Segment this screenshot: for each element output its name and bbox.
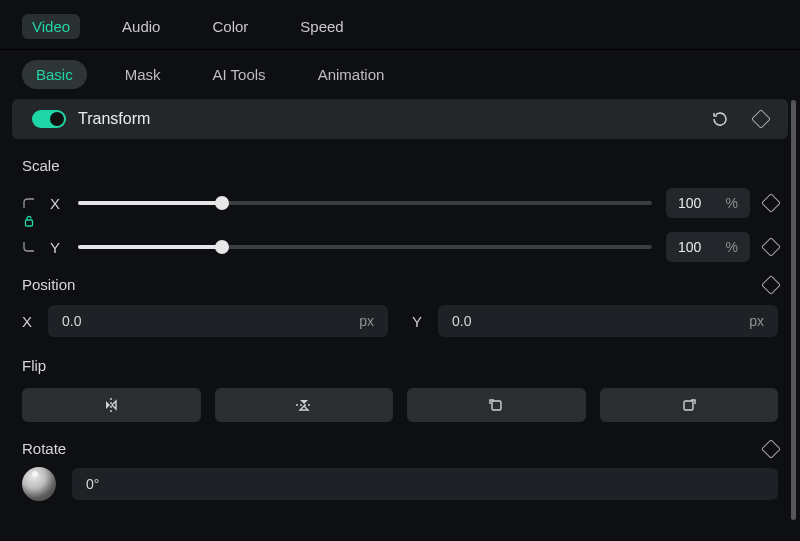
position-row: X 0.0 px Y 0.0 px bbox=[22, 305, 778, 337]
position-x-letter: X bbox=[22, 313, 36, 330]
svg-rect-2 bbox=[684, 401, 693, 410]
position-y-input[interactable]: 0.0 px bbox=[438, 305, 778, 337]
main-tabs: Video Audio Color Speed bbox=[0, 0, 800, 50]
tab-audio[interactable]: Audio bbox=[112, 14, 170, 39]
lock-icon[interactable] bbox=[22, 214, 36, 228]
subtab-mask[interactable]: Mask bbox=[111, 60, 175, 89]
rotate-row: 0° bbox=[22, 467, 778, 501]
position-label: Position bbox=[22, 276, 75, 293]
transform-keyframe-icon[interactable] bbox=[751, 109, 771, 129]
position-y-letter: Y bbox=[412, 313, 426, 330]
transform-toggle[interactable] bbox=[32, 110, 66, 128]
subtab-basic[interactable]: Basic bbox=[22, 60, 87, 89]
bracket-top-icon bbox=[22, 196, 36, 210]
rotate-keyframe-icon[interactable] bbox=[761, 439, 781, 459]
position-x-input[interactable]: 0.0 px bbox=[48, 305, 388, 337]
rotate-label: Rotate bbox=[22, 440, 66, 457]
transform-title: Transform bbox=[78, 110, 150, 128]
scrollbar[interactable] bbox=[791, 100, 796, 520]
flip-buttons bbox=[22, 388, 778, 422]
scale-x-value[interactable]: 100 % bbox=[666, 188, 750, 218]
scale-y-value[interactable]: 100 % bbox=[666, 232, 750, 262]
tab-video[interactable]: Video bbox=[22, 14, 80, 39]
flip-vertical-button[interactable] bbox=[215, 388, 394, 422]
reset-icon[interactable] bbox=[710, 109, 730, 129]
rotate-input[interactable]: 0° bbox=[72, 468, 778, 500]
transform-header: Transform bbox=[12, 99, 788, 139]
flip-horizontal-button[interactable] bbox=[22, 388, 201, 422]
scale-label: Scale bbox=[22, 157, 778, 174]
scale-x-letter: X bbox=[50, 195, 64, 212]
subtab-ai-tools[interactable]: AI Tools bbox=[199, 60, 280, 89]
flip-label: Flip bbox=[22, 357, 778, 374]
scale-x-row: X 100 % bbox=[22, 188, 778, 218]
scale-x-slider[interactable] bbox=[78, 194, 652, 212]
tab-color[interactable]: Color bbox=[202, 14, 258, 39]
rotate-cw-button[interactable] bbox=[600, 388, 779, 422]
rotate-dial[interactable] bbox=[22, 467, 56, 501]
position-keyframe-icon[interactable] bbox=[761, 275, 781, 295]
scale-y-letter: Y bbox=[50, 239, 64, 256]
subtab-animation[interactable]: Animation bbox=[304, 60, 399, 89]
svg-rect-0 bbox=[26, 220, 33, 226]
tab-speed[interactable]: Speed bbox=[290, 14, 353, 39]
scale-y-keyframe-icon[interactable] bbox=[761, 237, 781, 257]
scale-y-slider[interactable] bbox=[78, 238, 652, 256]
scale-y-row: Y 100 % bbox=[22, 232, 778, 262]
scale-x-keyframe-icon[interactable] bbox=[761, 193, 781, 213]
bracket-bottom-icon bbox=[22, 240, 36, 254]
rotate-ccw-button[interactable] bbox=[407, 388, 586, 422]
sub-tabs: Basic Mask AI Tools Animation bbox=[0, 50, 800, 99]
transform-panel: Scale X 100 % Y bbox=[0, 139, 800, 501]
svg-rect-1 bbox=[492, 401, 501, 410]
